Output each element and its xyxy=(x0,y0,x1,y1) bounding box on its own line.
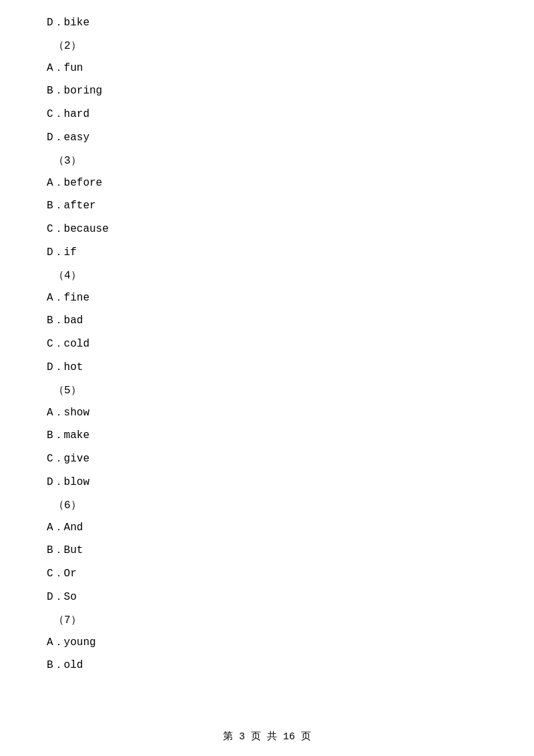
answer-option: A．show xyxy=(47,403,487,423)
answer-option: A．fun xyxy=(47,59,487,78)
main-content: D．bike（2）A．funB．boringC．hardD．easy（3）A．b… xyxy=(0,0,534,719)
answer-option: C．hard xyxy=(47,105,487,124)
answer-option: B．make xyxy=(47,426,487,445)
answer-option: D．hot xyxy=(47,358,487,377)
footer-text: 第 3 页 共 16 页 xyxy=(223,731,311,743)
section-number: （5） xyxy=(53,381,487,401)
answer-option: D．if xyxy=(47,243,487,262)
section-number: （3） xyxy=(53,152,487,171)
answer-option: C．because xyxy=(47,220,487,239)
answer-option: B．boring xyxy=(47,81,487,101)
answer-option: A．young xyxy=(47,633,487,652)
answer-option: B．after xyxy=(47,196,487,216)
answer-option: A．And xyxy=(47,518,487,538)
answer-option: A．fine xyxy=(47,289,487,308)
answer-option: D．So xyxy=(47,588,487,607)
section-number: （2） xyxy=(53,37,487,56)
answer-option: B．But xyxy=(47,541,487,560)
answer-option: B．old xyxy=(47,656,487,675)
section-number: （7） xyxy=(53,611,487,630)
section-number: （6） xyxy=(53,496,487,516)
answer-option: C．give xyxy=(47,449,487,469)
answer-option: D．blow xyxy=(47,473,487,492)
answer-option: D．bike xyxy=(47,13,487,33)
answer-option: D．easy xyxy=(47,128,487,148)
section-number: （4） xyxy=(53,266,487,286)
page-footer: 第 3 页 共 16 页 xyxy=(0,730,534,743)
answer-option: B．bad xyxy=(47,311,487,331)
answer-option: C．cold xyxy=(47,335,487,354)
answer-option: A．before xyxy=(47,174,487,193)
answer-option: C．Or xyxy=(47,564,487,584)
